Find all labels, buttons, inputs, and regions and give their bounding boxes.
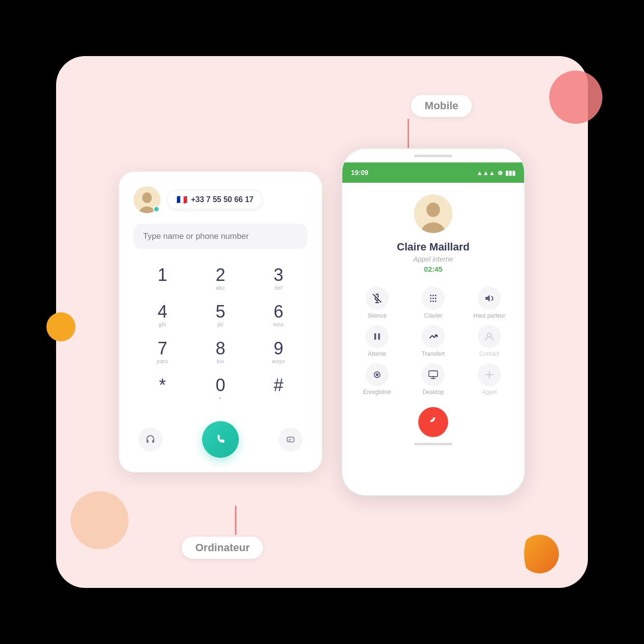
avatar-online-dot xyxy=(153,206,160,212)
speaker-label: Haut parleur xyxy=(473,312,505,319)
notch-line xyxy=(414,155,453,157)
contact-button[interactable]: Contact xyxy=(464,325,514,357)
add-call-label: Appel xyxy=(482,389,497,395)
key-7[interactable]: 7 pqrs xyxy=(133,334,191,371)
svg-point-13 xyxy=(433,298,434,299)
home-indicator xyxy=(414,443,453,445)
phone-number-badge: 🇫🇷 +33 7 55 50 66 17 xyxy=(167,190,263,209)
deco-circle-pink xyxy=(549,71,602,124)
hold-label: Attente xyxy=(368,351,386,357)
key-#[interactable]: # xyxy=(249,371,307,408)
signal-icon: ▲▲▲ xyxy=(476,169,495,176)
end-call-button[interactable] xyxy=(418,407,448,437)
svg-text:z²: z² xyxy=(289,438,292,441)
speaker-button[interactable]: Haut parleur xyxy=(464,287,514,319)
svg-rect-23 xyxy=(429,371,438,377)
svg-point-20 xyxy=(487,333,491,337)
dialer-bottom: z² xyxy=(133,421,307,458)
deco-circle-orange xyxy=(520,535,559,573)
svg-point-12 xyxy=(430,298,432,299)
key-3[interactable]: 3 def xyxy=(249,261,307,297)
status-icons: ▲▲▲ ⊛ ▮▮▮ xyxy=(476,169,515,176)
contact-icon xyxy=(478,325,501,348)
avatar-wrapper xyxy=(133,186,161,213)
desktop-label: Desktop xyxy=(423,389,444,395)
wifi-icon: ⊛ xyxy=(498,169,503,176)
call-button[interactable] xyxy=(202,421,239,458)
svg-point-11 xyxy=(435,295,437,296)
main-container: Mobile Ordinateur 🇫🇷 xyxy=(56,56,588,588)
status-bar: 19:09 ▲▲▲ ⊛ ▮▮▮ xyxy=(342,162,524,183)
svg-point-5 xyxy=(421,222,446,233)
call-screen: Claire Maillard Appel interne 02:45 xyxy=(342,183,524,457)
label-ordinateur: Ordinateur xyxy=(182,537,263,559)
svg-point-17 xyxy=(435,301,437,302)
caller-avatar xyxy=(414,194,453,233)
contact-label: Contact xyxy=(479,351,499,357)
line-desktop xyxy=(235,506,236,535)
plus-icon xyxy=(478,363,501,386)
keypad: 1 2 abc 3 def 4 ghi 5 jkl 6 mno 7 pqrs 8… xyxy=(133,261,307,408)
add-call-button[interactable]: Appel xyxy=(464,363,514,395)
caller-name: Claire Maillard xyxy=(397,241,469,253)
silence-label: Silence xyxy=(367,312,386,319)
desktop-button[interactable]: Desktop xyxy=(408,363,458,395)
label-mobile: Mobile xyxy=(411,95,472,117)
key-4[interactable]: 4 ghi xyxy=(133,297,191,334)
key-2[interactable]: 2 abc xyxy=(191,261,249,297)
call-type: Appel interne xyxy=(413,255,454,263)
key-*[interactable]: * xyxy=(133,371,191,408)
svg-point-0 xyxy=(142,192,152,203)
svg-point-22 xyxy=(376,373,379,376)
sleep-button[interactable]: z² xyxy=(278,427,303,452)
svg-point-4 xyxy=(426,203,440,217)
dialpad-label: Clavier xyxy=(424,312,442,319)
key-9[interactable]: 9 wxyz xyxy=(249,334,307,371)
svg-point-14 xyxy=(435,298,437,299)
silence-button[interactable]: Silence xyxy=(352,287,402,319)
deco-circle-peach xyxy=(71,491,129,549)
record-button[interactable]: Enregistrer xyxy=(352,363,402,395)
dialer-panel: 🇫🇷 +33 7 55 50 66 17 1 2 abc 3 def 4 ghi… xyxy=(119,172,322,472)
battery-icon: ▮▮▮ xyxy=(505,169,515,176)
deco-circle-orange-left xyxy=(46,312,75,341)
key-6[interactable]: 6 mno xyxy=(249,297,307,334)
status-time: 19:09 xyxy=(351,169,368,176)
call-controls: Silence xyxy=(352,287,514,395)
dialpad-button[interactable]: Clavier xyxy=(408,287,458,319)
svg-rect-18 xyxy=(374,333,376,340)
mobile-phone: 19:09 ▲▲▲ ⊛ ▮▮▮ Claire Maillard Appel in… xyxy=(341,148,525,496)
call-timer: 02:45 xyxy=(424,265,442,273)
transfer-icon xyxy=(422,325,445,348)
key-1[interactable]: 1 xyxy=(133,261,191,297)
volume-icon xyxy=(478,287,501,310)
record-icon xyxy=(366,363,389,386)
record-label: Enregistrer xyxy=(363,389,392,395)
headset-button[interactable] xyxy=(138,427,162,452)
transfer-label: Transfert xyxy=(422,351,445,357)
phone-notch xyxy=(342,149,524,162)
phone-number-text: +33 7 55 50 66 17 xyxy=(191,195,253,204)
desktop-icon xyxy=(422,363,445,386)
key-0[interactable]: 0 + xyxy=(191,371,249,408)
svg-point-10 xyxy=(433,295,434,296)
panels: 🇫🇷 +33 7 55 50 66 17 1 2 abc 3 def 4 ghi… xyxy=(119,148,525,496)
svg-rect-19 xyxy=(378,333,380,340)
transfer-button[interactable]: Transfert xyxy=(408,325,458,357)
hold-button[interactable]: Attente xyxy=(352,325,402,357)
svg-point-15 xyxy=(430,301,432,302)
search-input[interactable] xyxy=(133,224,307,249)
dialpad-icon xyxy=(422,287,445,310)
flag-icon: 🇫🇷 xyxy=(176,194,187,205)
mic-off-icon xyxy=(366,287,389,310)
key-5[interactable]: 5 jkl xyxy=(191,297,249,334)
pause-icon xyxy=(366,325,389,348)
dialer-header: 🇫🇷 +33 7 55 50 66 17 xyxy=(133,186,307,213)
svg-point-9 xyxy=(430,295,432,296)
svg-point-16 xyxy=(433,301,434,302)
key-8[interactable]: 8 tuv xyxy=(191,334,249,371)
